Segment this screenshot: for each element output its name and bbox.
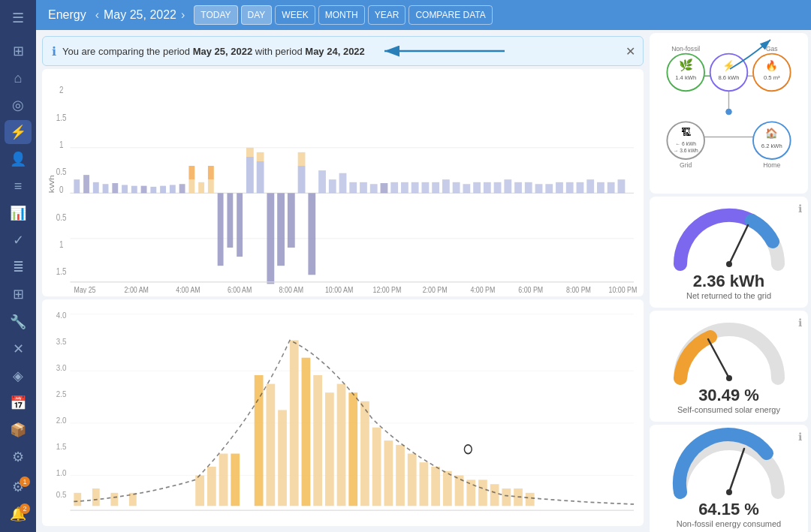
sidebar-wrench-icon[interactable]: 🔧 bbox=[5, 310, 32, 334]
svg-text:→ 3.6 kWh: → 3.6 kWh bbox=[674, 148, 698, 153]
sidebar-chart-icon[interactable]: 📊 bbox=[5, 201, 32, 225]
gauge-label-1: Net returned to the grid bbox=[686, 291, 771, 300]
svg-line-160 bbox=[729, 225, 748, 264]
svg-rect-18 bbox=[112, 183, 118, 193]
gauge-svg-2 bbox=[669, 318, 789, 386]
header: Energy ‹ May 25, 2022 › TODAY DAY WEEK M… bbox=[36, 0, 811, 30]
svg-rect-26 bbox=[188, 179, 194, 193]
sidebar-check-icon[interactable]: ✓ bbox=[5, 228, 32, 252]
gauge-label-3: Non-fossil energy consumed bbox=[677, 519, 781, 528]
svg-rect-53 bbox=[412, 182, 419, 194]
gauge-label-2: Self-consumed solar energy bbox=[677, 405, 780, 414]
svg-rect-60 bbox=[484, 182, 491, 194]
banner-text: You are comparing the period May 25, 202… bbox=[62, 46, 365, 57]
sidebar-location-icon[interactable]: ◎ bbox=[5, 93, 32, 117]
main-area: Energy ‹ May 25, 2022 › TODAY DAY WEEK M… bbox=[36, 0, 811, 532]
sidebar-package-icon[interactable]: 📦 bbox=[5, 418, 32, 442]
gauge-nonfossil: ℹ 64.15 % Non-fossil energy consumed bbox=[650, 425, 808, 532]
sidebar-tool-icon[interactable]: ⚙ bbox=[5, 445, 32, 469]
svg-rect-64 bbox=[525, 182, 532, 194]
sidebar-bell-icon[interactable]: 🔔2 bbox=[5, 502, 32, 526]
svg-text:8:00 AM: 8:00 AM bbox=[279, 286, 303, 293]
svg-point-131 bbox=[464, 444, 472, 453]
svg-text:6:00 AM: 6:00 AM bbox=[228, 286, 252, 293]
sidebar-menu-icon[interactable]: ☰ bbox=[5, 6, 32, 30]
svg-rect-58 bbox=[463, 184, 470, 193]
svg-text:2.5: 2.5 bbox=[56, 389, 67, 398]
svg-rect-67 bbox=[556, 182, 563, 194]
info-button-3[interactable]: ℹ bbox=[798, 431, 802, 443]
svg-text:3.5: 3.5 bbox=[56, 336, 67, 346]
svg-rect-34 bbox=[246, 157, 254, 193]
info-button-1[interactable]: ℹ bbox=[798, 203, 802, 215]
close-banner-button[interactable]: ✕ bbox=[626, 44, 635, 59]
svg-rect-54 bbox=[421, 182, 429, 194]
svg-text:4.0: 4.0 bbox=[56, 310, 67, 320]
svg-point-138 bbox=[726, 109, 732, 115]
sidebar-energy-icon[interactable]: ⚡ bbox=[5, 120, 32, 144]
svg-rect-45 bbox=[329, 179, 336, 193]
svg-rect-113 bbox=[325, 392, 334, 506]
sidebar-dashboard-icon[interactable]: ⊞ bbox=[5, 39, 32, 63]
month-button[interactable]: MONTH bbox=[318, 5, 365, 25]
svg-rect-32 bbox=[227, 193, 233, 248]
top-chart-svg: 2 1.5 1 0.5 0 0.5 1 1.5 kWh bbox=[48, 75, 638, 293]
svg-point-165 bbox=[726, 489, 732, 495]
sidebar-calendar-icon[interactable]: 📅 bbox=[5, 391, 32, 415]
today-button[interactable]: TODAY bbox=[194, 5, 237, 25]
nav-prev[interactable]: ‹ bbox=[95, 8, 99, 22]
top-chart: 2 1.5 1 0.5 0 0.5 1 1.5 kWh bbox=[42, 69, 644, 296]
svg-text:10:00 PM: 10:00 PM bbox=[608, 286, 637, 293]
svg-rect-39 bbox=[277, 193, 285, 266]
svg-text:1.5: 1.5 bbox=[56, 113, 67, 122]
svg-rect-125 bbox=[466, 479, 475, 506]
svg-text:6.2 kWh: 6.2 kWh bbox=[761, 143, 782, 149]
svg-rect-38 bbox=[267, 193, 274, 284]
svg-rect-57 bbox=[453, 182, 460, 194]
svg-rect-117 bbox=[372, 427, 381, 506]
sidebar-lightning-icon[interactable]: ✕ bbox=[5, 337, 32, 361]
sidebar-table-icon[interactable]: ⊞ bbox=[5, 282, 32, 306]
sidebar-user-icon[interactable]: 👤 bbox=[5, 147, 32, 171]
info-icon: ℹ bbox=[52, 44, 56, 59]
compare-data-button[interactable]: COMPARE DATA bbox=[409, 5, 492, 25]
week-button[interactable]: WEEK bbox=[275, 5, 315, 25]
info-button-2[interactable]: ℹ bbox=[798, 317, 802, 329]
svg-rect-16 bbox=[93, 182, 99, 194]
svg-text:1.4 kWh: 1.4 kWh bbox=[675, 74, 696, 81]
svg-rect-101 bbox=[110, 492, 118, 505]
svg-text:Non-fossil: Non-fossil bbox=[671, 45, 700, 53]
svg-rect-114 bbox=[337, 383, 346, 506]
svg-line-162 bbox=[708, 339, 729, 378]
svg-rect-68 bbox=[566, 182, 574, 194]
gauge-svg-3 bbox=[669, 432, 789, 500]
svg-rect-104 bbox=[207, 466, 216, 505]
svg-text:🏠: 🏠 bbox=[765, 127, 778, 140]
gauge-svg-1 bbox=[669, 204, 789, 272]
svg-text:Grid: Grid bbox=[680, 161, 692, 169]
svg-rect-50 bbox=[381, 183, 388, 193]
svg-text:0.5: 0.5 bbox=[56, 488, 67, 498]
sidebar-layers-icon[interactable]: ≣ bbox=[5, 255, 32, 279]
svg-text:1: 1 bbox=[59, 239, 63, 249]
day-button[interactable]: DAY bbox=[241, 5, 273, 25]
svg-text:🏗: 🏗 bbox=[681, 127, 691, 138]
svg-rect-105 bbox=[219, 453, 228, 506]
svg-rect-123 bbox=[443, 470, 452, 505]
sidebar-eye-icon[interactable]: ◈ bbox=[5, 364, 32, 388]
svg-text:May 25: May 25 bbox=[74, 286, 96, 293]
nav-next[interactable]: › bbox=[181, 8, 185, 22]
sidebar-settings-icon[interactable]: ⚙1 bbox=[5, 475, 32, 499]
svg-text:1.0: 1.0 bbox=[56, 467, 67, 476]
sidebar-list-icon[interactable]: ≡ bbox=[5, 174, 32, 198]
svg-rect-70 bbox=[586, 179, 594, 193]
year-button[interactable]: YEAR bbox=[368, 5, 406, 25]
svg-rect-119 bbox=[396, 444, 405, 505]
svg-rect-118 bbox=[384, 440, 393, 506]
svg-rect-128 bbox=[502, 488, 511, 506]
sidebar: ☰ ⊞ ⌂ ◎ ⚡ 👤 ≡ 📊 ✓ ≣ ⊞ 🔧 ✕ ◈ 📅 📦 ⚙ ⚙1 🔔2 bbox=[0, 0, 36, 532]
svg-rect-100 bbox=[92, 488, 100, 506]
sidebar-home-icon[interactable]: ⌂ bbox=[5, 66, 32, 90]
svg-text:8:00 PM: 8:00 PM bbox=[566, 286, 591, 293]
svg-rect-69 bbox=[577, 182, 584, 194]
